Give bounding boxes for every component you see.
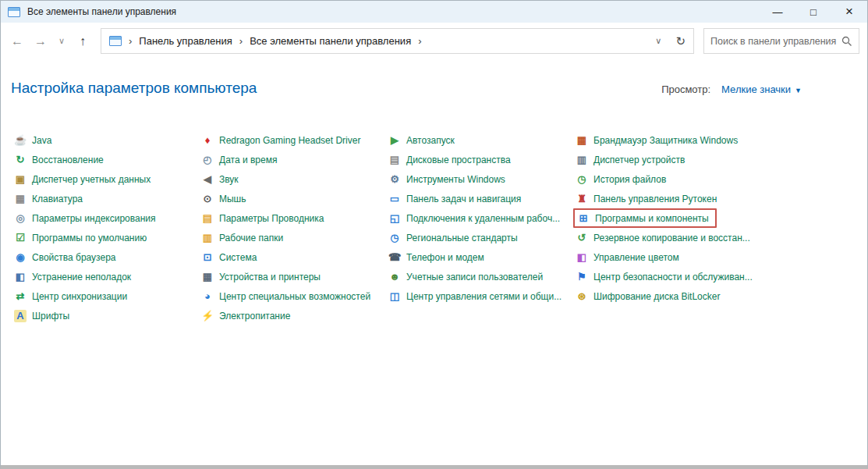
cp-item-keyboard[interactable]: ▦Клавиатура [12, 189, 89, 208]
mouse-icon: ⊙ [201, 193, 214, 205]
cp-item-label: Центр безопасности и обслуживан... [593, 272, 753, 282]
view-value-link[interactable]: Мелкие значки [721, 83, 791, 95]
cp-item-java[interactable]: ☕Java [12, 130, 58, 150]
cp-item-label: Телефон и модем [406, 252, 484, 263]
address-dropdown-icon[interactable]: ∨ [655, 36, 661, 46]
bitlocker-drive-encryption-icon: ⊛ [576, 290, 588, 303]
cp-item-label: Дата и время [219, 155, 277, 165]
system-icon: ⊡ [201, 251, 214, 264]
up-icon[interactable]: ↑ [71, 30, 94, 53]
cp-item-sync-center[interactable]: ⇄Центр синхронизации [12, 286, 133, 306]
credential-manager-icon: ▣ [14, 173, 27, 186]
crumb-separator-icon: › [239, 35, 243, 47]
cp-item-troubleshooting[interactable]: ◧Устранение неполадок [12, 267, 137, 286]
troubleshooting-icon: ◧ [14, 271, 27, 283]
security-and-maintenance-icon: ⚑ [576, 271, 588, 283]
cp-item-label: Redragon Gaming Headset Driver [219, 135, 360, 146]
cp-item-label: Управление цветом [593, 252, 679, 263]
cp-item-ease-of-access-center[interactable]: ◕Центр специальных возможностей [199, 286, 377, 306]
cp-item-rutoken-control-panel[interactable]: ♜Панель управления Рутокен [573, 189, 723, 208]
cp-item-file-history[interactable]: ◷История файлов [573, 169, 672, 189]
address-bar[interactable]: › Панель управления › Все элементы панел… [101, 28, 694, 54]
cp-item-network-and-sharing-center[interactable]: ◫Центр управления сетями и общи... [386, 286, 568, 306]
cp-item-label: Учетные записи пользователей [406, 272, 543, 282]
cp-item-fonts[interactable]: AШрифты [12, 306, 76, 325]
cp-item-label: Свойства браузера [32, 252, 116, 263]
remote-desktop-connections-icon: ◱ [388, 212, 401, 225]
cp-item-default-programs[interactable]: ☑Программы по умолчанию [12, 228, 153, 247]
maximize-button[interactable]: □ [795, 1, 831, 23]
forward-icon[interactable]: → [29, 30, 52, 53]
ease-of-access-center-icon: ◕ [201, 290, 214, 303]
indexing-options-icon: ◎ [14, 212, 27, 225]
cp-item-label: Рабочие папки [219, 233, 283, 243]
cp-item-label: Региональные стандарты [406, 233, 518, 243]
device-manager-icon: ▥ [576, 154, 588, 166]
breadcrumb-all-items[interactable]: Все элементы панели управления [250, 35, 411, 47]
cp-item-remote-desktop-connections[interactable]: ◱Подключения к удаленным рабоч... [386, 208, 566, 228]
cp-item-phone-and-modem[interactable]: ☎Телефон и модем [386, 247, 491, 267]
titlebar: Все элементы панели управления — □ × [1, 1, 867, 23]
cp-item-label: Панель управления Рутокен [593, 194, 717, 204]
cp-item-autoplay[interactable]: ▶Автозапуск [386, 130, 461, 150]
cp-item-windows-defender-firewall[interactable]: ▦Брандмауэр Защитника Windows [573, 130, 744, 150]
search-input[interactable] [710, 36, 841, 47]
cp-item-label: Параметры индексирования [32, 213, 155, 224]
cp-item-windows-tools[interactable]: ⚙Инструменты Windows [386, 169, 512, 189]
cp-item-device-manager[interactable]: ▥Диспетчер устройств [573, 150, 691, 169]
network-and-sharing-center-icon: ◫ [388, 290, 401, 303]
cp-item-recovery[interactable]: ↻Восстановление [12, 150, 110, 169]
cp-item-power-options[interactable]: ⚡Электропитание [199, 306, 296, 325]
minimize-button[interactable]: — [760, 1, 795, 23]
control-panel-app-icon [8, 7, 20, 17]
cp-item-label: Панель задач и навигация [406, 194, 521, 204]
fonts-icon: A [14, 310, 27, 322]
cp-item-label: Центр специальных возможностей [219, 291, 370, 302]
cp-item-bitlocker-drive-encryption[interactable]: ⊛Шифрование диска BitLocker [573, 286, 726, 306]
history-dropdown-icon[interactable]: ∨ [52, 30, 71, 53]
cp-item-backup-and-restore[interactable]: ↺Резервное копирование и восстан... [573, 228, 756, 247]
refresh-icon[interactable]: ↻ [675, 34, 686, 48]
items-grid: ☕Java↻Восстановление▣Диспетчер учетных д… [12, 130, 760, 325]
cp-item-color-management[interactable]: ◧Управление цветом [573, 247, 686, 267]
search-box[interactable] [703, 28, 859, 54]
close-button[interactable]: × [831, 1, 867, 23]
cp-item-redragon-gaming-headset-driver[interactable]: ♦Redragon Gaming Headset Driver [199, 130, 367, 150]
view-label: Просмотр: [661, 83, 710, 95]
cp-item-storage-spaces[interactable]: ▤Дисковые пространства [386, 150, 517, 169]
cp-item-label: Центр синхронизации [32, 291, 127, 302]
recovery-icon: ↻ [14, 154, 27, 166]
phone-and-modem-icon: ☎ [388, 251, 401, 264]
cp-item-work-folders[interactable]: ▥Рабочие папки [199, 228, 289, 247]
cp-item-internet-options[interactable]: ◉Свойства браузера [12, 247, 122, 267]
cp-item-region[interactable]: ◷Региональные стандарты [386, 228, 524, 247]
cp-item-programs-and-features[interactable]: ⊞Программы и компоненты [573, 208, 717, 228]
cp-item-file-explorer-options[interactable]: ▤Параметры Проводника [199, 208, 330, 228]
cp-item-label: Шифрование диска BitLocker [593, 291, 720, 302]
backup-and-restore-icon: ↺ [576, 232, 588, 244]
back-icon[interactable]: ← [5, 30, 29, 53]
windows-defender-firewall-icon: ▦ [576, 134, 588, 147]
cp-item-credential-manager[interactable]: ▣Диспетчер учетных данных [12, 169, 157, 189]
cp-item-sound[interactable]: ◀Звук [199, 169, 245, 189]
cp-item-label: Устранение неполадок [32, 272, 131, 282]
cp-item-devices-and-printers[interactable]: ▦Устройства и принтеры [199, 267, 327, 286]
internet-options-icon: ◉ [14, 251, 27, 264]
view-dropdown-icon[interactable]: ▼ [795, 87, 802, 94]
cp-item-taskbar-and-navigation[interactable]: ▭Панель задач и навигация [386, 189, 527, 208]
cp-item-indexing-options[interactable]: ◎Параметры индексирования [12, 208, 161, 228]
sound-icon: ◀ [201, 173, 214, 186]
cp-item-label: Java [32, 135, 51, 146]
cp-item-mouse[interactable]: ⊙Мышь [199, 189, 253, 208]
cp-item-security-and-maintenance[interactable]: ⚑Центр безопасности и обслуживан... [573, 267, 759, 286]
taskbar-and-navigation-icon: ▭ [388, 193, 401, 205]
cp-item-label: Программы и компоненты [595, 213, 709, 224]
rutoken-control-panel-icon: ♜ [576, 193, 588, 205]
file-history-icon: ◷ [576, 173, 588, 186]
default-programs-icon: ☑ [14, 232, 27, 244]
cp-item-user-accounts[interactable]: ☻Учетные записи пользователей [386, 267, 549, 286]
file-explorer-options-icon: ▤ [201, 212, 214, 225]
cp-item-date-and-time[interactable]: ◴Дата и время [199, 150, 283, 169]
breadcrumb-control-panel[interactable]: Панель управления [139, 35, 232, 47]
cp-item-system[interactable]: ⊡Система [199, 247, 263, 267]
